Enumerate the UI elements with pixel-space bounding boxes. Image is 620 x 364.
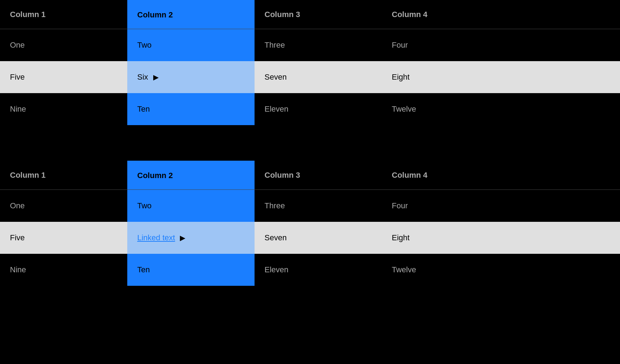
- table-row-cell: Eleven: [255, 254, 382, 286]
- table-row-cell: Eleven: [255, 93, 382, 125]
- table-row-cell: Two: [127, 190, 255, 222]
- table-row-cell: Three: [255, 29, 382, 61]
- page-wrapper: Column 1 Column 2 Column 3 Column 4 One …: [0, 0, 620, 364]
- table-row-cell: Five: [0, 222, 127, 254]
- table-row-cell: Linked text ▶: [127, 222, 255, 254]
- table-row-cell: Twelve: [382, 254, 620, 286]
- table-row-cell: Ten: [127, 254, 255, 286]
- table-row-cell: Five: [0, 61, 127, 93]
- table-row-cell: Three: [255, 190, 382, 222]
- table-2-row-3: Nine Ten Eleven Twelve: [0, 254, 620, 286]
- table-row-cell: Seven: [255, 61, 382, 93]
- table-row-cell: Eight: [382, 222, 620, 254]
- table-row-cell: Nine: [0, 254, 127, 286]
- table-2-row-1: One Two Three Four: [0, 190, 620, 222]
- table-1-col4-header: Column 4: [382, 0, 620, 29]
- table-1-col1-header: Column 1: [0, 0, 127, 29]
- table-2-col2-header: Column 2: [127, 161, 255, 190]
- table-2: Column 1 Column 2 Column 3 Column 4 One …: [0, 161, 620, 286]
- table-2-col3-header: Column 3: [255, 161, 382, 190]
- table-row-cell: One: [0, 190, 127, 222]
- table-row-cell: Nine: [0, 93, 127, 125]
- table-1-col3-header: Column 3: [255, 0, 382, 29]
- table-row-cell: Seven: [255, 222, 382, 254]
- table-row-cell: One: [0, 29, 127, 61]
- table-1-row-1: One Two Three Four: [0, 29, 620, 61]
- table-1: Column 1 Column 2 Column 3 Column 4 One …: [0, 0, 620, 125]
- table-row-cell: Eight: [382, 61, 620, 93]
- table-2-col1-header: Column 1: [0, 161, 127, 190]
- table-1-row-2: Five Six ▶ Seven Eight: [0, 61, 620, 93]
- table-2-row-2: Five Linked text ▶ Seven Eight: [0, 222, 620, 254]
- table-row-cell: Two: [127, 29, 255, 61]
- cursor-icon-2: ▶: [180, 234, 185, 242]
- table-row-cell: Four: [382, 190, 620, 222]
- table-2-header-row: Column 1 Column 2 Column 3 Column 4: [0, 161, 620, 190]
- table-row-cell: Six ▶: [127, 61, 255, 93]
- table-row-cell: Ten: [127, 93, 255, 125]
- table-1-header-row: Column 1 Column 2 Column 3 Column 4: [0, 0, 620, 29]
- table-2-col4-header: Column 4: [382, 161, 620, 190]
- table-separator: [0, 125, 620, 161]
- cursor-icon: ▶: [153, 73, 159, 81]
- table-1-row-3: Nine Ten Eleven Twelve: [0, 93, 620, 125]
- table-1-col2-header: Column 2: [127, 0, 255, 29]
- linked-text-link[interactable]: Linked text: [137, 233, 175, 242]
- table-row-cell: Four: [382, 29, 620, 61]
- table-row-cell: Twelve: [382, 93, 620, 125]
